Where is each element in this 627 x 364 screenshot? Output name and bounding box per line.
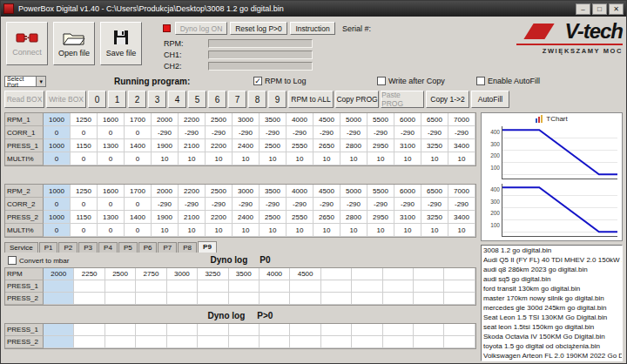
grid-cell[interactable]: 3250 bbox=[421, 139, 448, 152]
grid-cell[interactable]: 7000 bbox=[448, 113, 475, 126]
grid-cell[interactable] bbox=[444, 280, 475, 293]
grid-cell[interactable] bbox=[74, 293, 104, 305]
grid-cell[interactable]: 1700 bbox=[125, 113, 152, 126]
grid-cell[interactable]: -290 bbox=[260, 198, 287, 211]
checkbox-box[interactable]: ✓ bbox=[253, 77, 262, 85]
grid-cell[interactable]: -290 bbox=[287, 126, 314, 139]
grid-cell[interactable]: 1400 bbox=[125, 139, 152, 152]
grid-cell[interactable]: 2200 bbox=[179, 113, 206, 126]
grid-cell[interactable] bbox=[44, 324, 74, 336]
grid-cell[interactable] bbox=[260, 293, 290, 305]
grid-cell[interactable]: 10 bbox=[206, 224, 233, 237]
grid-cell[interactable]: 3100 bbox=[394, 139, 421, 152]
grid-cell[interactable] bbox=[444, 324, 475, 336]
grid-cell[interactable] bbox=[198, 324, 228, 336]
grid-cell[interactable]: 3250 bbox=[198, 268, 228, 280]
grid-cell[interactable]: 10 bbox=[233, 224, 260, 237]
grid-cell[interactable]: 1700 bbox=[125, 185, 152, 198]
grid-cell[interactable]: -290 bbox=[206, 126, 233, 139]
grid-cell[interactable]: 1000 bbox=[44, 139, 71, 152]
write-after-copy-checkbox[interactable]: Write after Copy bbox=[377, 77, 445, 85]
tab-p8[interactable]: P8 bbox=[178, 242, 197, 253]
grid-cell[interactable] bbox=[136, 324, 166, 336]
grid-cell[interactable]: 2000 bbox=[152, 185, 179, 198]
copy-1-to-2-button[interactable]: Copy 1->2 bbox=[426, 91, 469, 108]
grid-cell[interactable]: -290 bbox=[179, 126, 206, 139]
grid-cell[interactable] bbox=[352, 268, 382, 280]
maximize-button[interactable]: □ bbox=[592, 3, 607, 15]
grid-cell[interactable]: 0 bbox=[98, 126, 125, 139]
grid-cell[interactable]: -290 bbox=[421, 126, 448, 139]
grid-cell[interactable]: 2750 bbox=[136, 268, 166, 280]
grid-cell[interactable] bbox=[105, 280, 136, 293]
grid-cell[interactable]: 10 bbox=[421, 224, 448, 237]
grid-cell[interactable] bbox=[229, 280, 260, 293]
grid-cell[interactable]: -290 bbox=[367, 126, 394, 139]
grid-cell[interactable]: 2500 bbox=[260, 139, 287, 152]
grid-cell[interactable]: 2650 bbox=[314, 211, 340, 224]
grid-cell[interactable]: 4000 bbox=[287, 113, 314, 126]
grid-cell[interactable] bbox=[321, 336, 352, 348]
grid-cell[interactable] bbox=[383, 280, 414, 293]
grid-cell[interactable]: 10 bbox=[394, 152, 421, 165]
grid-cell[interactable] bbox=[44, 293, 74, 305]
digit-button-6[interactable]: 6 bbox=[208, 91, 226, 108]
grid-cell[interactable] bbox=[352, 280, 382, 293]
grid-cell[interactable]: 0 bbox=[44, 198, 71, 211]
grid-cell[interactable]: 10 bbox=[314, 224, 340, 237]
grid-cell[interactable] bbox=[321, 268, 352, 280]
digit-button-4[interactable]: 4 bbox=[168, 91, 186, 108]
paste-prog-button[interactable]: Paste PROG bbox=[381, 91, 424, 108]
grid-cell[interactable] bbox=[105, 293, 136, 305]
connect-button[interactable]: Connect bbox=[6, 22, 48, 65]
minimize-button[interactable]: – bbox=[576, 3, 590, 15]
grid-cell[interactable]: 3500 bbox=[229, 268, 260, 280]
grid-cell[interactable]: 0 bbox=[125, 126, 152, 139]
file-list-item[interactable]: mercedes gle 300d 245km go digital.bin bbox=[482, 303, 622, 313]
grid-cell[interactable] bbox=[105, 336, 136, 348]
grid-cell[interactable] bbox=[74, 336, 104, 348]
grid-cell[interactable] bbox=[352, 324, 382, 336]
grid-cell[interactable]: -290 bbox=[394, 126, 421, 139]
grid-cell[interactable]: 1300 bbox=[98, 211, 125, 224]
grid-cell[interactable] bbox=[260, 324, 290, 336]
grid-cell[interactable]: 1900 bbox=[152, 139, 179, 152]
grid-cell[interactable]: 4000 bbox=[260, 268, 290, 280]
grid-cell[interactable] bbox=[414, 336, 444, 348]
grid-cell[interactable] bbox=[136, 293, 166, 305]
tab-p9[interactable]: P9 bbox=[198, 241, 217, 253]
grid-cell[interactable] bbox=[198, 280, 228, 293]
grid-cell[interactable]: 2950 bbox=[367, 139, 394, 152]
grid-cell[interactable]: -290 bbox=[394, 198, 421, 211]
digit-button-5[interactable]: 5 bbox=[188, 91, 206, 108]
rpm-to-log-checkbox[interactable]: ✓ RPM to Log bbox=[253, 77, 307, 85]
tab-p4[interactable]: P4 bbox=[98, 242, 118, 253]
grid-cell[interactable]: 2000 bbox=[152, 113, 179, 126]
grid-cell[interactable] bbox=[105, 324, 136, 336]
file-list-item[interactable]: Skoda Octavia IV 150KM Go Digital.bin bbox=[482, 332, 622, 341]
grid-cell[interactable] bbox=[198, 336, 228, 348]
grid-cell[interactable]: 1250 bbox=[71, 185, 98, 198]
grid-cell[interactable]: 10 bbox=[340, 224, 367, 237]
grid-cell[interactable]: 10 bbox=[367, 152, 394, 165]
grid-cell[interactable] bbox=[44, 280, 74, 293]
grid-cell[interactable] bbox=[290, 280, 320, 293]
grid-cell[interactable]: 2200 bbox=[206, 211, 233, 224]
grid-cell[interactable]: 1000 bbox=[44, 185, 71, 198]
autofill-button[interactable]: AutoFill bbox=[471, 91, 509, 108]
grid-cell[interactable]: -290 bbox=[314, 126, 340, 139]
grid-cell[interactable]: 2950 bbox=[367, 211, 394, 224]
grid-cell[interactable] bbox=[383, 293, 414, 305]
grid-cell[interactable]: 2550 bbox=[287, 139, 314, 152]
grid-cell[interactable]: 1250 bbox=[71, 113, 98, 126]
grid-cell[interactable]: 3000 bbox=[233, 185, 260, 198]
grid-cell[interactable]: 1400 bbox=[125, 211, 152, 224]
grid-cell[interactable] bbox=[383, 268, 414, 280]
tab-p6[interactable]: P6 bbox=[138, 242, 158, 253]
grid-cell[interactable]: 2500 bbox=[206, 185, 233, 198]
tab-p3[interactable]: P3 bbox=[78, 242, 98, 253]
grid-cell[interactable]: -290 bbox=[340, 126, 367, 139]
grid-cell[interactable]: 6500 bbox=[421, 185, 448, 198]
grid-cell[interactable] bbox=[229, 324, 260, 336]
file-list-item[interactable]: master 170km nowy silnik go digital.bin bbox=[482, 293, 622, 303]
